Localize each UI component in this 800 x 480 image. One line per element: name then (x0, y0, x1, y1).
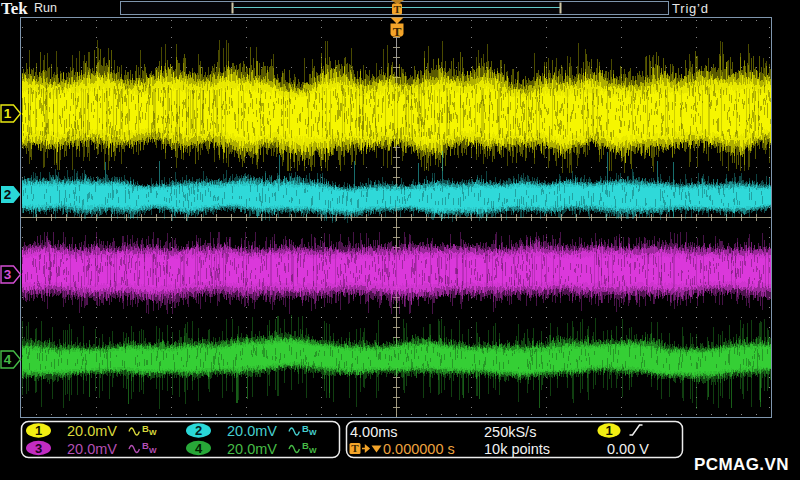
svg-text:10k points: 10k points (484, 441, 550, 457)
svg-text:1: 1 (4, 106, 12, 121)
svg-text:3: 3 (4, 267, 12, 282)
svg-text:Run: Run (34, 1, 57, 15)
svg-text:4.00ms: 4.00ms (350, 424, 398, 440)
svg-text:Trig’d: Trig’d (672, 1, 709, 16)
svg-text:PCMAG.VN: PCMAG.VN (694, 455, 789, 474)
svg-text:1: 1 (35, 423, 42, 438)
svg-text:T: T (351, 442, 359, 454)
svg-text:1: 1 (605, 423, 612, 438)
svg-text:B: B (302, 440, 309, 451)
svg-text:W: W (309, 428, 317, 437)
svg-text:W: W (149, 446, 157, 455)
svg-text:W: W (309, 446, 317, 455)
svg-text:20.0mV: 20.0mV (227, 423, 277, 439)
svg-text:W: W (149, 428, 157, 437)
svg-text:2: 2 (4, 187, 12, 202)
svg-text:Tek: Tek (1, 0, 28, 18)
svg-text:B: B (302, 423, 309, 434)
svg-text:0.00 V: 0.00 V (607, 441, 649, 457)
svg-text:4: 4 (4, 352, 12, 367)
svg-text:20.0mV: 20.0mV (67, 441, 117, 457)
svg-text:B: B (142, 423, 149, 434)
svg-text:250kS/s: 250kS/s (484, 424, 536, 440)
svg-text:3: 3 (35, 441, 42, 456)
svg-text:B: B (142, 440, 149, 451)
svg-text:20.0mV: 20.0mV (67, 423, 117, 439)
svg-text:0.000000 s: 0.000000 s (383, 441, 455, 457)
svg-text:T: T (394, 3, 402, 15)
svg-text:2: 2 (195, 423, 202, 438)
svg-text:4: 4 (195, 441, 203, 456)
svg-text:T: T (393, 24, 402, 39)
svg-text:20.0mV: 20.0mV (227, 441, 277, 457)
